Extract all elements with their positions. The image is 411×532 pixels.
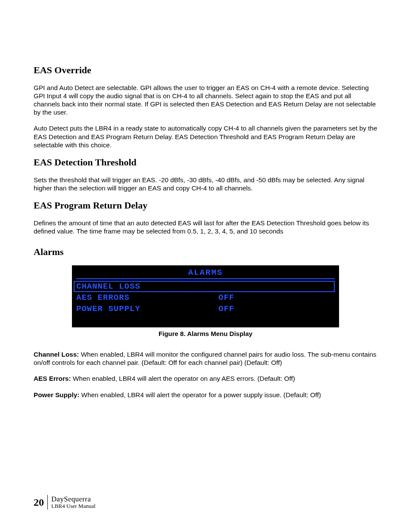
footer-text: DaySequerra LBR4 User Manual bbox=[51, 495, 96, 509]
figure-caption: Figure 8. Alarms Menu Display bbox=[34, 330, 377, 337]
manual-name: LBR4 User Manual bbox=[51, 503, 96, 509]
heading-alarms: Alarms bbox=[34, 246, 377, 258]
menu-row-aes-errors: AES ERRORS OFF bbox=[76, 292, 335, 303]
term-label: AES Errors: bbox=[34, 375, 71, 382]
page-footer: 20 DaySequerra LBR4 User Manual bbox=[34, 495, 96, 510]
paragraph: GPI and Auto Detect are selectable. GPI … bbox=[34, 84, 377, 116]
paragraph: Sets the threshold that will trigger an … bbox=[34, 176, 377, 192]
paragraph-power-supply: Power Supply: When enabled, LBR4 will al… bbox=[34, 391, 377, 399]
term-text: When enabled, LBR4 will monitor the conf… bbox=[34, 351, 377, 366]
brand-name: DaySequerra bbox=[51, 495, 96, 503]
menu-separator bbox=[76, 278, 335, 279]
menu-row-channel-loss: CHANNEL LOSS bbox=[76, 281, 335, 292]
heading-eas-program-return-delay: EAS Program Return Delay bbox=[34, 200, 377, 211]
menu-title: ALARMS bbox=[76, 268, 335, 277]
menu-label: CHANNEL LOSS bbox=[74, 281, 335, 292]
heading-eas-override: EAS Override bbox=[34, 65, 377, 76]
document-page: EAS Override GPI and Auto Detect are sel… bbox=[0, 0, 411, 532]
menu-row-power-supply: POWER SUPPLY OFF bbox=[76, 303, 335, 314]
term-label: Power Supply: bbox=[34, 391, 79, 398]
menu-label: POWER SUPPLY bbox=[76, 304, 218, 314]
term-text: When enabled, LBR4 will alert the operat… bbox=[79, 391, 321, 398]
alarms-menu-display: ALARMS CHANNEL LOSS AES ERRORS OFF POWER… bbox=[72, 265, 339, 327]
paragraph: Auto Detect puts the LBR4 in a ready sta… bbox=[34, 124, 377, 149]
menu-label: AES ERRORS bbox=[76, 293, 218, 302]
term-text: When enabled, LBR4 will alert the operat… bbox=[71, 375, 295, 382]
menu-value: OFF bbox=[218, 304, 234, 314]
menu-value: OFF bbox=[218, 293, 234, 302]
paragraph-channel-loss: Channel Loss: When enabled, LBR4 will mo… bbox=[34, 350, 377, 367]
page-number: 20 bbox=[34, 497, 47, 508]
footer-separator bbox=[47, 495, 48, 510]
term-label: Channel Loss: bbox=[34, 351, 79, 358]
paragraph-aes-errors: AES Errors: When enabled, LBR4 will aler… bbox=[34, 374, 377, 383]
paragraph: Defines the amount of time that an auto … bbox=[34, 219, 377, 235]
heading-eas-detection-threshold: EAS Detection Threshold bbox=[34, 157, 377, 168]
